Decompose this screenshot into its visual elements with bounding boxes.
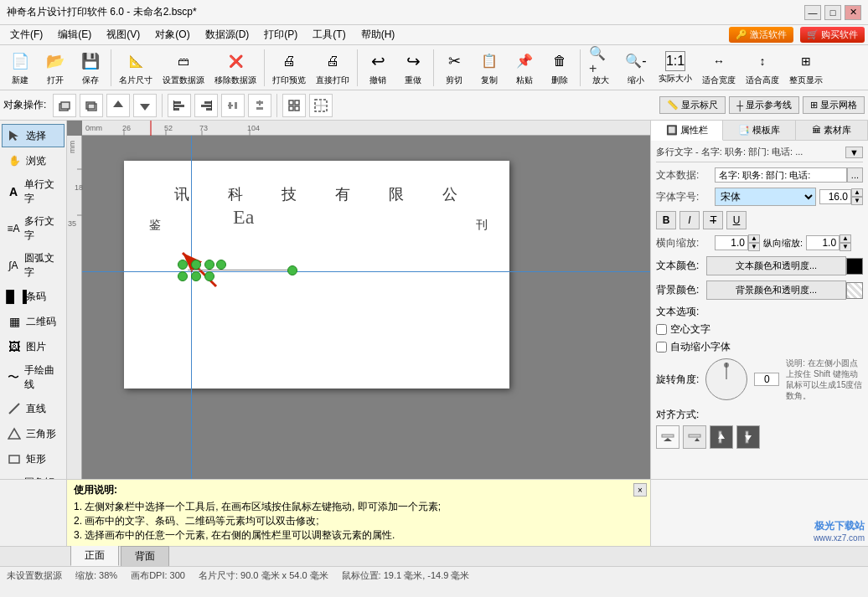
tool-triangle[interactable]: 三角形 (2, 422, 65, 445)
obj-btn-3[interactable] (106, 94, 130, 117)
fitwidth-button[interactable]: ↔ 适合宽度 (698, 47, 740, 89)
buy-button[interactable]: 🛒 购买软件 (800, 27, 865, 43)
hint-close-button[interactable]: × (633, 483, 647, 497)
realsize-button[interactable]: 1:1 实际大小 (654, 49, 696, 87)
scale-h-up[interactable]: ▲ (748, 234, 760, 243)
fitheight-button[interactable]: ↕ 适合高度 (741, 47, 783, 89)
menu-view[interactable]: 视图(V) (100, 26, 147, 44)
tab-back[interactable]: 背面 (121, 546, 169, 566)
fitpage-button[interactable]: ⊞ 整页显示 (785, 47, 827, 89)
zoomout-button[interactable]: 🔍- 缩小 (619, 47, 653, 89)
align-top-button[interactable] (710, 425, 733, 449)
text-color-button[interactable]: 文本颜色和透明度... (706, 256, 846, 275)
save-button[interactable]: 💾 保存 (74, 47, 107, 89)
tool-select[interactable]: 选择 (2, 124, 65, 147)
card[interactable]: 讯 科 技 有 限 公 鉴 刊 (124, 161, 509, 389)
tool-rect[interactable]: 矩形 (2, 447, 65, 471)
menu-object[interactable]: 对象(O) (148, 26, 196, 44)
menu-edit[interactable]: 编辑(E) (51, 26, 98, 44)
preview-button[interactable]: 🖨 打印预览 (268, 47, 310, 89)
rotate-input[interactable] (754, 373, 779, 386)
minimize-button[interactable]: — (804, 5, 821, 20)
directprint-button[interactable]: 🖨 直接打印 (312, 47, 354, 89)
cut-button[interactable]: ✂ 剪切 (437, 47, 471, 89)
tab-materials[interactable]: 🏛 素材库 (796, 121, 868, 140)
align-right-button[interactable] (683, 425, 706, 449)
obj-btn-9[interactable] (282, 94, 306, 117)
activate-button[interactable]: 🔑 激活软件 (729, 27, 793, 43)
align-left-button[interactable] (656, 425, 679, 449)
new-button[interactable]: 📄 新建 (3, 47, 37, 89)
canvas-area[interactable]: 0mm 26 52 73 104 mm 18 35 (67, 121, 650, 479)
text-data-more[interactable]: ... (847, 167, 863, 183)
text-data-input[interactable] (715, 167, 847, 183)
show-ruler-button[interactable]: 📏 显示标尺 (659, 96, 726, 114)
obj-btn-8[interactable] (248, 94, 271, 117)
tab-properties[interactable]: 🔲 属性栏 (651, 121, 723, 141)
menu-datasource[interactable]: 数据源(D) (199, 26, 256, 44)
show-guide-button[interactable]: ┼ 显示参考线 (729, 96, 799, 114)
tab-front[interactable]: 正面 (70, 545, 119, 566)
underline-button[interactable]: U (726, 211, 747, 229)
obj-btn-4[interactable] (133, 94, 157, 117)
tool-arctext[interactable]: ∫A 圆弧文字 (2, 248, 65, 283)
show-grid-button[interactable]: ⊞ 显示网格 (803, 96, 865, 114)
maximize-button[interactable]: □ (824, 5, 841, 20)
tool-image[interactable]: 🖼 图片 (2, 335, 65, 358)
obj-btn-5[interactable] (168, 94, 191, 117)
open-button[interactable]: 📂 打开 (39, 47, 72, 89)
redo-button[interactable]: ↪ 重做 (396, 47, 430, 89)
scale-h-down[interactable]: ▼ (748, 243, 760, 251)
scale-v-down[interactable]: ▼ (840, 243, 851, 251)
cardsize-button[interactable]: 📐 名片尺寸 (115, 47, 157, 89)
close-button[interactable]: ✕ (845, 5, 861, 20)
paste-button[interactable]: 📌 粘贴 (508, 47, 541, 89)
fontsize-input[interactable] (819, 189, 851, 204)
rotate-dial[interactable] (705, 358, 747, 400)
prop-title-expand[interactable]: ▼ (845, 147, 863, 158)
tool-barcode[interactable]: ▐▌▐ 条码 (2, 285, 65, 308)
tool-pan[interactable]: ✋ 浏览 (2, 149, 65, 172)
svg-text:18: 18 (75, 183, 83, 192)
obj-btn-10[interactable] (309, 94, 333, 117)
undo-button[interactable]: ↩ 撤销 (361, 47, 395, 89)
obj-btn-7[interactable] (221, 94, 245, 117)
tool-singletext[interactable]: A 单行文字 (2, 174, 65, 209)
menu-tools[interactable]: 工具(T) (306, 26, 352, 44)
font-select[interactable]: 宋体 黑体 楷体 (715, 188, 816, 206)
tool-multitext[interactable]: ≡A 多行文字 (2, 211, 65, 246)
fontsize-down[interactable]: ▼ (851, 197, 863, 205)
delete-button[interactable]: 🗑 删除 (543, 47, 576, 89)
open-icon: 📂 (44, 49, 67, 73)
removedata-button[interactable]: ❌ 移除数据源 (210, 47, 261, 89)
obj-btn-1[interactable] (53, 94, 76, 117)
scale-v-input[interactable] (806, 235, 840, 250)
align-buttons (656, 425, 863, 449)
tab-templates[interactable]: 📑 模板库 (723, 121, 795, 140)
strikethrough-button[interactable]: T̶ (703, 211, 723, 229)
pan-icon: ✋ (6, 152, 23, 169)
copy-button[interactable]: 📋 复制 (473, 47, 506, 89)
tool-line[interactable]: 直线 (2, 397, 65, 420)
italic-button[interactable]: I (679, 211, 700, 229)
setdata-button[interactable]: 🗃 设置数据源 (158, 47, 209, 89)
hollow-text-checkbox[interactable] (656, 324, 667, 335)
tool-roundrect[interactable]: 圆角矩形 (2, 472, 65, 479)
bg-color-button[interactable]: 背景颜色和透明度... (706, 280, 846, 300)
panel-tabs: 🔲 属性栏 📑 模板库 🏛 素材库 (651, 121, 868, 141)
scale-h-input[interactable] (715, 235, 748, 250)
canvas-container[interactable]: 讯 科 技 有 限 公 鉴 刊 (82, 136, 650, 479)
scale-v-up[interactable]: ▲ (840, 234, 851, 243)
menu-print[interactable]: 打印(P) (257, 26, 304, 44)
bold-button[interactable]: B (656, 211, 676, 229)
zoomin-button[interactable]: 🔍+ 放大 (584, 47, 617, 89)
align-bottom-button[interactable] (736, 425, 760, 449)
fontsize-up[interactable]: ▲ (851, 188, 863, 197)
menu-help[interactable]: 帮助(H) (354, 26, 402, 44)
tool-freehand[interactable]: 〜 手绘曲线 (2, 360, 65, 395)
tool-qrcode[interactable]: ▦ 二维码 (2, 310, 65, 333)
obj-btn-6[interactable] (194, 94, 218, 117)
obj-btn-2[interactable] (80, 94, 103, 117)
auto-shrink-checkbox[interactable] (656, 342, 667, 353)
menu-file[interactable]: 文件(F) (3, 26, 49, 44)
